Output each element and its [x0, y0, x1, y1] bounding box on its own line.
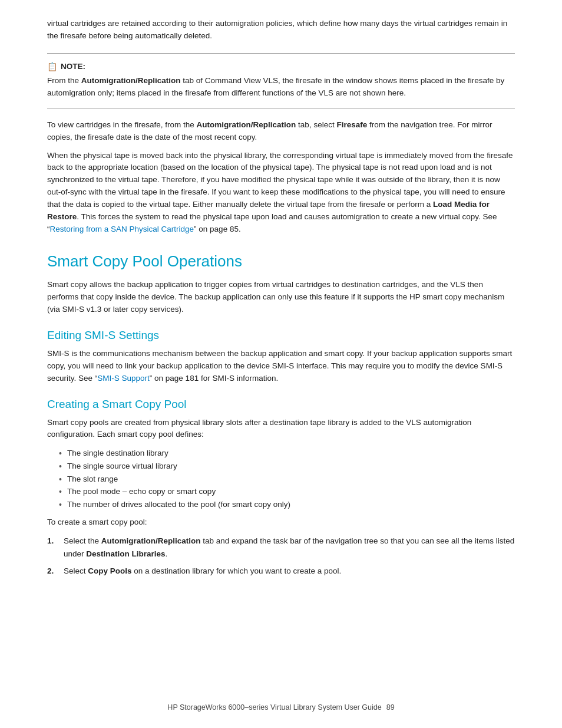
creating-smart-copy-heading: Creating a Smart Copy Pool: [47, 398, 515, 411]
footer-text: HP StorageWorks 6000–series Virtual Libr…: [167, 703, 381, 711]
note-icon: 📋: [47, 62, 57, 71]
steps-intro: To create a smart copy pool:: [47, 516, 515, 529]
step1-bold1: Automigration/Replication: [101, 536, 201, 545]
note-bold-1: Automigration/Replication: [81, 76, 181, 85]
step1-bold2: Destination Libraries: [86, 549, 165, 558]
firesafe-bold-2: Firesafe: [336, 120, 367, 129]
note-label-text: NOTE:: [61, 62, 85, 71]
bullet-item: The single source virtual library: [59, 460, 515, 473]
note-content: From the Automigration/Replication tab o…: [47, 75, 515, 100]
creating-intro: Smart copy pools are created from physic…: [47, 417, 515, 442]
smart-copy-intro: Smart copy allows the backup application…: [47, 279, 515, 316]
firesafe-bold: Automigration/Replication: [197, 120, 296, 129]
step-2: Select Copy Pools on a destination libra…: [47, 565, 515, 578]
smart-copy-pool-heading: Smart Copy Pool Operations: [47, 252, 515, 271]
steps-list: Select the Automigration/Replication tab…: [47, 535, 515, 578]
note-box: 📋 NOTE: From the Automigration/Replicati…: [47, 53, 515, 108]
creating-bullets: The single destination library The singl…: [59, 447, 515, 510]
firesafe-paragraph: To view cartridges in the firesafe, from…: [47, 119, 515, 144]
page: virtual cartridges are retained accordin…: [0, 0, 562, 728]
smis-intro: SMI-S is the communications mechanism be…: [47, 348, 515, 385]
smis-link[interactable]: SMI-S Support: [97, 374, 150, 383]
intro-paragraph: virtual cartridges are retained accordin…: [47, 18, 515, 42]
step-1: Select the Automigration/Replication tab…: [47, 535, 515, 560]
page-footer: HP StorageWorks 6000–series Virtual Libr…: [0, 703, 562, 711]
step2-bold1: Copy Pools: [88, 566, 131, 575]
bullet-item: The number of drives allocated to the po…: [59, 498, 515, 511]
bullet-item: The pool mode – echo copy or smart copy: [59, 485, 515, 498]
editing-smis-heading: Editing SMI-S Settings: [47, 329, 515, 342]
note-label: 📋 NOTE:: [47, 62, 515, 71]
bullet-item: The single destination library: [59, 447, 515, 460]
restoring-link[interactable]: Restoring from a SAN Physical Cartridge: [50, 225, 194, 233]
bullet-item: The slot range: [59, 473, 515, 486]
footer-page-number: 89: [386, 703, 395, 711]
load-media-bold: Load Media for Restore: [47, 200, 490, 221]
physical-tape-paragraph: When the physical tape is moved back int…: [47, 150, 515, 236]
